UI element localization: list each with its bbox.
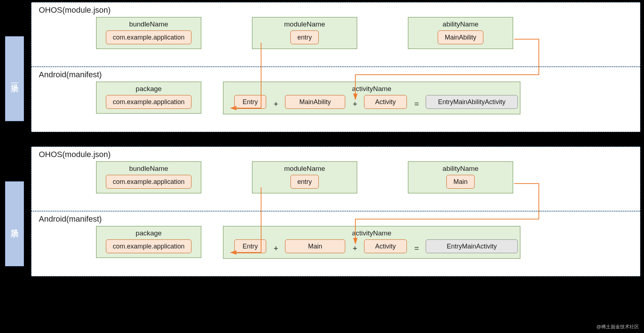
group-activity-name: activityName Entry + Main + Activity = E…	[223, 226, 520, 259]
group-activity-name: activityName Entry + MainAbility + Activ…	[223, 82, 520, 114]
group-title: package	[101, 85, 197, 93]
side-label-scenario-2: 场景二	[5, 181, 24, 266]
chip-package-value: com.example.application	[106, 239, 191, 253]
group-title: bundleName	[101, 165, 197, 173]
op-plus: +	[350, 99, 360, 109]
diagram-canvas: 场景一 OHOS(module.json) bundleName com.exa…	[0, 0, 644, 333]
group-title: activityName	[228, 229, 516, 237]
watermark: @稀土掘金技术社区	[596, 324, 639, 330]
panel-title: OHOS(module.json)	[39, 150, 633, 159]
chip-package-value: com.example.application	[106, 95, 191, 109]
panel-s1-android: Android(manifest) package com.example.ap…	[31, 67, 640, 132]
chip-part-mainability: MainAbility	[285, 95, 345, 109]
group-package: package com.example.application	[96, 82, 201, 114]
group-package: package com.example.application	[96, 226, 201, 258]
op-plus: +	[271, 99, 281, 109]
chip-result: EntryMainActivity	[426, 239, 518, 253]
group-title: abilityName	[413, 20, 508, 28]
side-label-scenario-1: 场景一	[5, 36, 24, 121]
side-label-text: 场景一	[9, 78, 20, 80]
op-eq: =	[411, 244, 422, 253]
panel-s1-ohos: OHOS(module.json) bundleName com.example…	[31, 2, 640, 67]
group-title: moduleName	[257, 20, 352, 28]
op-plus: +	[350, 244, 360, 253]
group-title: abilityName	[413, 165, 508, 173]
chip-part-activity: Activity	[364, 95, 407, 109]
group-bundle-name: bundleName com.example.application	[96, 161, 201, 193]
group-module-name: moduleName entry	[252, 161, 357, 193]
panel-title: Android(manifest)	[39, 70, 633, 79]
group-bundle-name: bundleName com.example.application	[96, 17, 201, 49]
chip-part-entry: Entry	[234, 239, 266, 253]
group-ability-name: abilityName Main	[408, 161, 513, 193]
group-title: bundleName	[101, 20, 197, 28]
group-title: moduleName	[257, 165, 352, 173]
chip-module-value: entry	[290, 175, 319, 189]
panel-title: OHOS(module.json)	[39, 5, 633, 15]
chip-part-main: Main	[285, 239, 345, 253]
op-eq: =	[411, 99, 422, 109]
group-title: package	[101, 229, 197, 237]
op-plus: +	[271, 244, 281, 253]
chip-result: EntryMainAbilityActivity	[426, 95, 518, 109]
panel-title: Android(manifest)	[39, 214, 633, 224]
chip-ability-value: MainAbility	[438, 30, 483, 44]
chip-bundle-value: com.example.application	[106, 30, 191, 44]
side-label-text: 场景二	[9, 223, 20, 225]
group-title: activityName	[228, 85, 516, 93]
chip-part-activity: Activity	[364, 239, 407, 253]
group-module-name: moduleName entry	[252, 17, 357, 49]
panel-s2-ohos: OHOS(module.json) bundleName com.example…	[31, 147, 640, 211]
chip-part-entry: Entry	[234, 95, 266, 109]
chip-ability-value: Main	[446, 175, 474, 189]
chip-module-value: entry	[290, 30, 319, 44]
group-ability-name: abilityName MainAbility	[408, 17, 513, 49]
panel-s2-android: Android(manifest) package com.example.ap…	[31, 211, 640, 276]
chip-bundle-value: com.example.application	[106, 175, 191, 189]
